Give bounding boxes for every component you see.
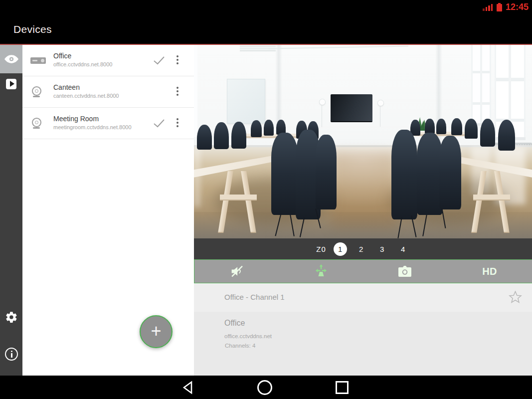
sidebar-item-about[interactable] (0, 340, 22, 368)
quality-hd-button[interactable]: HD (482, 266, 497, 277)
feed-chair (480, 119, 495, 147)
hd-label: HD (482, 266, 497, 277)
feed-wall-lamp (377, 100, 384, 106)
feed-lamp-cord (322, 105, 322, 127)
device-address: meetingroom.cctvddns.net.8000 (53, 124, 132, 130)
device-name: Meeting Room (53, 115, 99, 123)
device-info-name: Office (224, 319, 245, 328)
device-menu-button[interactable] (174, 118, 181, 127)
ip-camera-icon (32, 86, 41, 96)
channel-chip-4[interactable]: 4 (396, 242, 410, 256)
status-bar: 12:45 (0, 0, 532, 15)
feed-chair (197, 125, 212, 150)
device-menu-button[interactable] (174, 55, 181, 64)
android-nav-bar (0, 376, 532, 399)
feed-table-brace (220, 195, 257, 200)
device-name: Canteen (53, 83, 80, 91)
check-icon (153, 119, 165, 128)
feed-window-left-edge (194, 45, 197, 137)
channel-chip-1[interactable]: 1 (334, 242, 347, 256)
home-icon[interactable] (257, 380, 272, 395)
device-info-address: office.cctvddns.net (224, 333, 272, 339)
feed-tv-screen (331, 94, 372, 122)
feed-chair (264, 120, 274, 136)
feed-chair (425, 119, 435, 134)
play-icon (6, 79, 16, 89)
device-address: canteen.cctvddns.net.8000 (53, 93, 119, 99)
feed-chair (316, 135, 337, 209)
recents-icon[interactable] (336, 381, 349, 394)
stream-title: Office - Channel 1 (224, 283, 285, 311)
sidebar (0, 45, 22, 376)
eye-icon (4, 55, 18, 63)
device-info-panel: Office office.cctvddns.net Channels: 4 (194, 312, 532, 376)
feed-chair (498, 120, 515, 151)
sidebar-item-settings[interactable] (0, 303, 22, 331)
feed-chair (271, 133, 298, 215)
plus-icon: + (151, 322, 161, 340)
device-info-channels: Channels: 4 (225, 343, 255, 349)
feed-lamp-cord (380, 106, 380, 127)
feed-chair (251, 120, 262, 137)
status-time: 12:45 (506, 2, 529, 12)
ptz-button[interactable] (314, 264, 328, 278)
device-row-office[interactable]: Office office.cctvddns.net.8000 (22, 45, 194, 76)
channel-chip-2[interactable]: 2 (355, 242, 368, 256)
ip-camera-icon (32, 118, 41, 127)
snapshot-button[interactable] (397, 265, 412, 278)
app-screen: 12:45 Devices Office office.cctvd (0, 0, 532, 399)
device-address: office.cctvddns.net.8000 (53, 61, 112, 67)
signal-bars-icon (483, 4, 493, 11)
app-bar: Devices (0, 15, 532, 45)
speaker-muted-icon (229, 265, 244, 278)
back-icon[interactable] (179, 380, 196, 396)
feed-chair (231, 122, 246, 149)
feed-ceiling-pipe (269, 46, 408, 49)
feed-chair (436, 119, 446, 134)
add-device-button[interactable]: + (140, 315, 173, 348)
dvr-icon (30, 57, 46, 64)
device-row-meeting-room[interactable]: Meeting Room meetingroom.cctvddns.net.80… (22, 108, 194, 139)
zoom-level-label: Z0 (316, 245, 326, 253)
device-row-canteen[interactable]: Canteen canteen.cctvddns.net.8000 (22, 76, 194, 108)
channel-selector-bar: Z0 1 2 3 4 (194, 238, 532, 259)
info-icon (5, 348, 18, 361)
stream-title-row: Office - Channel 1 (194, 283, 532, 312)
favorite-star-button[interactable] (509, 291, 522, 304)
check-icon (153, 56, 165, 65)
feed-table-brace (473, 195, 510, 200)
device-menu-button[interactable] (174, 87, 181, 96)
feed-wall-lamp (319, 99, 326, 105)
feed-chair (465, 119, 478, 139)
feed-chair (439, 136, 461, 209)
feed-chair (214, 122, 229, 149)
camera-snapshot-icon (397, 265, 412, 278)
feed-floor-shade (194, 212, 532, 238)
feed-chair (391, 130, 417, 219)
mute-button[interactable] (229, 265, 244, 278)
feed-chair (451, 118, 462, 135)
sidebar-item-live-view[interactable] (0, 45, 22, 73)
gear-icon (5, 311, 18, 324)
sidebar-item-playback[interactable] (0, 70, 22, 98)
feed-whiteboard (227, 79, 265, 124)
camera-feed[interactable] (194, 45, 532, 238)
channel-chip-3[interactable]: 3 (375, 242, 389, 256)
page-title: Devices (13, 15, 52, 44)
ptz-control-icon (314, 264, 328, 278)
player-toolbar: HD (194, 259, 532, 283)
battery-icon (497, 4, 502, 11)
feed-window (471, 45, 491, 125)
device-name: Office (53, 52, 71, 60)
player-panel: Z0 1 2 3 4 (194, 45, 532, 376)
